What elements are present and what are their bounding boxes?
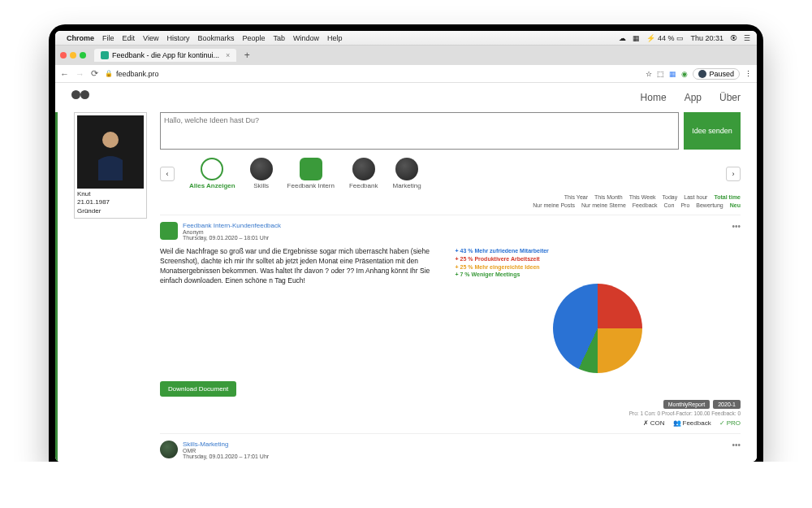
lock-icon: 🔒 xyxy=(105,70,113,77)
site-header: Home App Über xyxy=(55,83,757,112)
nav-about[interactable]: Über xyxy=(719,92,741,103)
menu-icon[interactable]: ⋮ xyxy=(745,70,752,78)
post-card: Skills-Marketing OMR Thursday, 09.01.202… xyxy=(160,433,741,459)
profile-role: Gründer xyxy=(77,207,144,215)
post-menu-button[interactable]: ••• xyxy=(732,222,741,231)
notification-icon[interactable]: ☰ xyxy=(744,34,750,42)
idea-input[interactable] xyxy=(160,112,679,150)
chart-legend: + 43 % Mehr zufriedene Mitarbeiter + 25 … xyxy=(456,247,741,279)
nav-app[interactable]: App xyxy=(685,92,702,103)
profile-dob: 21.01.1987 xyxy=(77,198,144,206)
post-tag[interactable]: MonthlyReport xyxy=(663,400,710,409)
browser-tab[interactable]: Feedbank - die App für kontinui... × xyxy=(94,49,236,62)
favicon-icon xyxy=(101,51,109,59)
profile-photo xyxy=(77,115,144,189)
filter-rating[interactable]: Bewertung xyxy=(696,202,723,208)
reload-button[interactable]: ⟳ xyxy=(91,68,98,79)
star-icon[interactable]: ☆ xyxy=(646,70,652,78)
post-tag[interactable]: 2020-1 xyxy=(713,400,741,409)
browser-toolbar: ← → ⟳ 🔒 feedbank.pro ☆ ⬚ ▦ ◉ Paused ⋮ xyxy=(55,65,757,83)
filter-new[interactable]: Neu xyxy=(730,202,741,208)
menu-people[interactable]: People xyxy=(242,34,265,42)
close-window-button[interactable] xyxy=(60,52,67,59)
pie-chart xyxy=(553,284,642,373)
avatar-icon xyxy=(698,70,706,78)
menu-history[interactable]: History xyxy=(166,34,189,42)
post-avatar-icon xyxy=(160,441,178,458)
menu-file[interactable]: File xyxy=(102,34,114,42)
category-marketing[interactable]: Marketing xyxy=(392,158,421,189)
post-avatar-icon xyxy=(160,222,178,240)
filter-con[interactable]: Con xyxy=(664,202,675,208)
category-skills[interactable]: Skills xyxy=(250,158,273,189)
post-menu-button[interactable]: ••• xyxy=(732,441,741,449)
menu-bookmarks[interactable]: Bookmarks xyxy=(197,34,234,42)
filter-total[interactable]: Total time xyxy=(714,194,741,200)
extension-icon[interactable]: ◉ xyxy=(681,70,688,78)
post-time: Thursday, 09.01.2020 – 18:01 Uhr xyxy=(183,235,281,241)
menu-view[interactable]: View xyxy=(143,34,158,42)
spotlight-icon[interactable]: ⦿ xyxy=(730,34,737,42)
menu-app[interactable]: Chrome xyxy=(67,34,94,42)
post-title[interactable]: Skills-Marketing xyxy=(183,441,269,448)
category-feedbank[interactable]: Feedbank xyxy=(349,158,378,189)
filter-myposts[interactable]: Nur meine Posts xyxy=(533,202,575,208)
new-tab-button[interactable]: + xyxy=(241,50,253,61)
url-text: feedbank.pro xyxy=(116,70,159,78)
clock[interactable]: Thu 20:31 xyxy=(690,34,723,42)
menu-help[interactable]: Help xyxy=(327,34,343,42)
feedback-button[interactable]: 👥Feedback xyxy=(673,419,711,427)
category-all-icon xyxy=(201,158,223,180)
address-bar[interactable]: 🔒 feedbank.pro xyxy=(105,70,159,78)
category-intern-icon xyxy=(300,158,322,180)
post-author: Anonym xyxy=(183,229,281,235)
svg-point-0 xyxy=(102,132,119,148)
profile-button[interactable]: Paused xyxy=(693,68,740,80)
menu-tab[interactable]: Tab xyxy=(273,34,285,42)
category-intern[interactable]: Feedbank Intern xyxy=(287,158,335,189)
post-stats: Pro: 1 Con: 0 Proof-Factor: 100.00 Feedb… xyxy=(160,410,741,416)
pro-button[interactable]: ✓PRO xyxy=(719,419,741,427)
category-all[interactable]: Alles Anzeigen xyxy=(189,158,235,189)
battery-status[interactable]: ⚡ 44 % ▭ xyxy=(646,34,685,42)
filter-pro[interactable]: Pro xyxy=(680,202,689,208)
back-button[interactable]: ← xyxy=(60,69,69,79)
browser-tabbar: Feedbank - die App für kontinui... × + xyxy=(55,46,757,65)
filter-feedback[interactable]: Feedback xyxy=(633,202,658,208)
category-skills-icon xyxy=(250,158,273,180)
post-card: Feedbank Intern-Kundenfeedback Anonym Th… xyxy=(160,215,741,427)
forward-button[interactable]: → xyxy=(76,69,84,79)
category-prev-button[interactable]: ‹ xyxy=(160,167,175,181)
filter-today[interactable]: Today xyxy=(663,194,678,200)
download-button[interactable]: Download Document xyxy=(160,381,236,397)
close-tab-icon[interactable]: × xyxy=(226,51,230,59)
menu-edit[interactable]: Edit xyxy=(123,34,136,42)
category-feedbank-icon xyxy=(352,158,375,180)
send-idea-button[interactable]: Idee senden xyxy=(684,112,741,150)
filter-month[interactable]: This Month xyxy=(594,194,623,200)
filter-year[interactable]: This Year xyxy=(564,194,588,200)
nav-home[interactable]: Home xyxy=(641,92,667,103)
post-text: Weil die Nachfrage so groß war und die E… xyxy=(160,247,446,373)
status-icon[interactable]: ☁ xyxy=(619,34,626,42)
category-marketing-icon xyxy=(395,158,418,180)
maximize-window-button[interactable] xyxy=(80,52,86,59)
site-logo-icon[interactable] xyxy=(71,89,89,106)
tab-title: Feedbank - die App für kontinui... xyxy=(112,51,219,59)
minimize-window-button[interactable] xyxy=(70,52,76,59)
post-time: Thursday, 09.01.2020 – 17:01 Uhr xyxy=(183,454,269,459)
macos-menubar: Chrome File Edit View History Bookmarks … xyxy=(55,31,757,46)
filter-hour[interactable]: Last hour xyxy=(684,194,707,200)
filter-mystars[interactable]: Nur meine Sterne xyxy=(581,202,626,208)
post-title[interactable]: Feedbank Intern-Kundenfeedback xyxy=(183,222,281,229)
filter-week[interactable]: This Week xyxy=(629,194,656,200)
con-button[interactable]: ✗CON xyxy=(643,419,665,427)
post-author: OMR xyxy=(183,448,269,454)
profile-name: Knut xyxy=(77,190,144,198)
extension-icon[interactable]: ⬚ xyxy=(657,70,664,78)
category-next-button[interactable]: › xyxy=(726,167,741,181)
status-icon[interactable]: ▦ xyxy=(633,34,640,42)
profile-card: Knut 21.01.1987 Gründer xyxy=(74,112,147,219)
menu-window[interactable]: Window xyxy=(293,34,319,42)
extension-icon[interactable]: ▦ xyxy=(669,70,676,78)
